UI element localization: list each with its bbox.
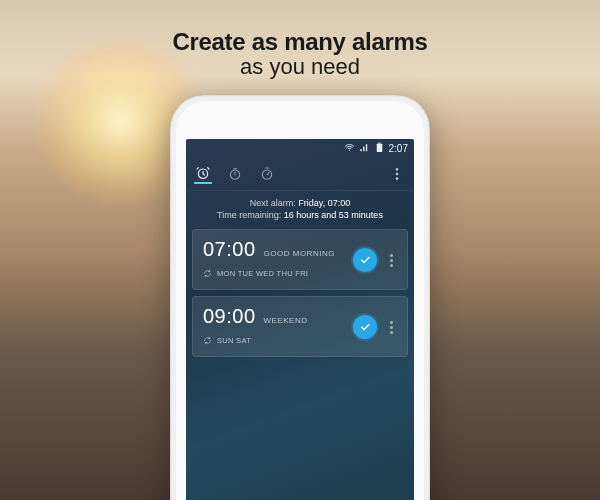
signal-icon [359,142,370,155]
alarm-time: 07:00 [203,238,256,261]
svg-rect-0 [376,143,382,152]
tab-stopwatch[interactable] [258,165,276,183]
alarm-toggle[interactable] [353,315,377,339]
overflow-menu[interactable] [388,165,406,183]
alarm-days: SUN SAT [217,336,251,345]
battery-icon [374,142,385,155]
time-remaining-prefix: Time remaining: [217,210,281,220]
alarm-days: MON TUE WED THU FRI [217,269,308,278]
alarm-toggle[interactable] [353,248,377,272]
phone-frame: 2:07 Next alarm: [170,95,430,500]
svg-point-6 [396,172,398,174]
alarm-label: WEEKEND [264,316,308,325]
alarm-card[interactable]: 09:00 WEEKEND SUN SAT [192,296,408,357]
app-tab-bar [186,157,414,191]
tab-alarm[interactable] [194,166,212,184]
next-alarm-prefix: Next alarm: [250,198,296,208]
promo-line2: as you need [0,54,600,80]
alarm-more-icon[interactable] [383,254,399,267]
promo-line1: Create as many alarms [0,28,600,56]
app-screen: 2:07 Next alarm: [186,139,414,500]
alarm-more-icon[interactable] [383,321,399,334]
next-alarm-value: Friday, 07:00 [298,198,350,208]
wifi-icon [344,142,355,155]
repeat-icon [203,264,212,282]
alarm-card[interactable]: 07:00 GOOD MORNING MON TUE WED THU FRI [192,229,408,290]
alarm-time: 09:00 [203,305,256,328]
svg-point-5 [396,168,398,170]
repeat-icon [203,331,212,349]
svg-point-7 [396,177,398,179]
svg-rect-1 [378,142,380,143]
statusbar-time: 2:07 [389,143,408,154]
tab-timer[interactable] [226,165,244,183]
time-remaining-value: 16 hours and 53 minutes [284,210,383,220]
alarm-label: GOOD MORNING [264,249,335,258]
next-alarm-info: Next alarm: Friday, 07:00 Time remaining… [186,191,414,229]
promo-headline: Create as many alarms as you need [0,28,600,80]
status-bar: 2:07 [186,139,414,157]
